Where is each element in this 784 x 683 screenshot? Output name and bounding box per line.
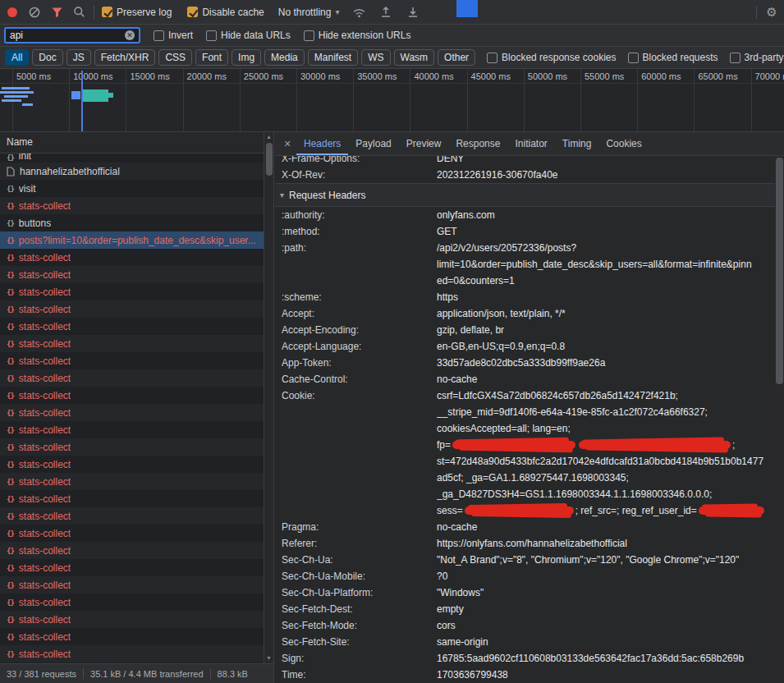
filter-chip-css[interactable]: CSS	[158, 49, 192, 66]
filter-chip-img[interactable]: Img	[232, 49, 261, 66]
tab-headers[interactable]: Headers	[296, 132, 348, 155]
request-row[interactable]: {}stats-collect	[0, 318, 264, 335]
header-text: 16785:5aad9602cf110608b03133de563642fac1…	[437, 653, 744, 664]
header-name: Accept:	[275, 305, 437, 322]
request-list-scrollbar[interactable]: ▲ ▼	[264, 132, 273, 663]
request-row[interactable]: {}stats-collect	[0, 507, 264, 525]
headers-scrollbar[interactable]	[775, 156, 784, 683]
timeline-bar	[2, 99, 21, 102]
request-row[interactable]: {}buttons	[0, 214, 264, 231]
tab-timing[interactable]: Timing	[555, 132, 599, 155]
scrollbar-thumb[interactable]	[776, 158, 783, 384]
request-row[interactable]: {}stats-collect	[0, 404, 264, 421]
timeline-overview[interactable]: 5000 ms10000 ms15000 ms20000 ms25000 ms3…	[0, 69, 784, 132]
header-text: https://onlyfans.com/hannahelizabethoffi…	[437, 538, 627, 549]
request-row[interactable]: {}stats-collect	[0, 576, 264, 594]
request-row[interactable]: {}stats-collect	[0, 387, 264, 404]
filter-chip-other[interactable]: Other	[438, 49, 475, 66]
header-value-line: csrf=LdfcGX4Sa72db06824c657db26a5d142472…	[437, 387, 775, 404]
hide-data-urls-checkbox[interactable]: Hide data URLs	[206, 30, 291, 41]
search-button[interactable]	[71, 5, 86, 20]
request-row[interactable]: {}stats-collect	[0, 335, 264, 352]
import-har-icon	[380, 6, 392, 18]
filter-chip-js[interactable]: JS	[66, 49, 91, 66]
request-row[interactable]: {}stats-collect	[0, 352, 264, 369]
third-party-requests-checkbox[interactable]: 3rd-party requests	[730, 52, 784, 63]
filter-chip-ws[interactable]: WS	[361, 49, 390, 66]
tab-cookies[interactable]: Cookies	[598, 132, 649, 155]
header-value: application/json, text/plain, */*	[437, 305, 775, 322]
name-column-header[interactable]: Name	[0, 132, 273, 154]
timeline-bar	[0, 91, 34, 94]
request-row[interactable]: {}stats-collect	[0, 645, 264, 662]
export-har-button[interactable]	[406, 5, 420, 20]
header-row: Sign:16785:5aad9602cf110608b03133de56364…	[275, 650, 775, 667]
header-value: gzip, deflate, br	[437, 322, 775, 338]
tab-payload[interactable]: Payload	[348, 132, 398, 155]
blocked-requests-checkbox[interactable]: Blocked requests	[628, 52, 718, 63]
record-button[interactable]	[5, 5, 20, 20]
request-row[interactable]: {}stats-collect	[0, 197, 264, 214]
request-row[interactable]: {}stats-collect	[0, 473, 264, 490]
section-title: Request Headers	[289, 190, 365, 201]
request-row[interactable]: {}stats-collect	[0, 438, 264, 456]
filter-chip-wasm[interactable]: Wasm	[394, 49, 435, 66]
filter-chip-font[interactable]: Font	[195, 49, 228, 66]
request-row[interactable]: {}stats-collect	[0, 542, 264, 559]
clear-filter-icon[interactable]: ✕	[125, 30, 135, 40]
timeline-bar	[4, 95, 28, 98]
request-row[interactable]: {}stats-collect	[0, 283, 264, 300]
header-name: :method:	[275, 223, 437, 240]
header-value: onlyfans.com	[437, 207, 775, 223]
disable-cache-checkbox[interactable]: Disable cache	[187, 7, 264, 18]
close-icon[interactable]: ✕	[278, 139, 296, 149]
filter-chip-media[interactable]: Media	[264, 49, 305, 66]
scrollbar-thumb[interactable]	[266, 143, 273, 176]
network-filter-input[interactable]: api ✕	[4, 27, 140, 44]
filter-chip-fetch-xhr[interactable]: Fetch/XHR	[94, 49, 156, 66]
request-row[interactable]: {}stats-collect	[0, 611, 264, 628]
scroll-down-icon[interactable]: ▼	[264, 653, 273, 663]
hide-extension-urls-checkbox[interactable]: Hide extension URLs	[304, 30, 411, 41]
request-row[interactable]: {}init	[0, 154, 264, 163]
tab-preview[interactable]: Preview	[399, 132, 449, 155]
clear-log-button[interactable]	[27, 5, 42, 20]
request-row[interactable]: {}stats-collect	[0, 369, 264, 387]
request-row[interactable]: {}stats-collect	[0, 421, 264, 438]
tab-initiator[interactable]: Initiator	[507, 132, 554, 155]
request-row[interactable]: {}stats-collect	[0, 456, 264, 473]
redaction-scribble	[699, 507, 764, 515]
request-row[interactable]: {}stats-collect	[0, 490, 264, 507]
request-row[interactable]: {}stats-collect	[0, 300, 264, 318]
request-row[interactable]: {}stats-collect	[0, 628, 264, 645]
request-name: stats-collect	[19, 407, 71, 419]
requests-count: 33 / 381 requests	[7, 669, 76, 679]
invert-checkbox[interactable]: Invert	[154, 30, 193, 41]
request-row[interactable]: hannahelizabethofficial	[0, 163, 264, 180]
header-value: 202312261916-30670fa40e	[437, 167, 775, 183]
header-row: Time:1703636799438	[275, 667, 775, 683]
request-row[interactable]: {}stats-collect	[0, 594, 264, 611]
request-row[interactable]: {}stats-collect	[0, 525, 264, 542]
timeline-gridline	[126, 69, 126, 131]
filter-chip-doc[interactable]: Doc	[32, 49, 62, 66]
request-headers-section[interactable]: ▾ Request Headers	[275, 184, 775, 206]
request-row[interactable]: {}stats-collect	[0, 266, 264, 283]
header-name: Cookie:	[275, 387, 437, 404]
tab-response[interactable]: Response	[448, 132, 507, 155]
request-row[interactable]: {}posts?limit=10&order=publish_date_desc…	[0, 231, 264, 249]
throttling-select[interactable]: No throttling ▾	[278, 7, 340, 18]
network-conditions-button[interactable]	[351, 5, 366, 20]
request-row[interactable]: {}stats-collect	[0, 559, 264, 576]
document-icon	[7, 167, 15, 176]
preserve-log-checkbox[interactable]: Preserve log	[102, 7, 172, 18]
request-row[interactable]: {}stats-collect	[0, 249, 264, 266]
filter-chip-all[interactable]: All	[5, 49, 29, 66]
import-har-button[interactable]	[378, 5, 393, 20]
request-row[interactable]: {}visit	[0, 180, 264, 197]
settings-button[interactable]: ⚙	[764, 5, 779, 20]
filter-chip-manifest[interactable]: Manifest	[308, 49, 358, 66]
filter-toggle-button[interactable]	[49, 5, 64, 20]
blocked-response-cookies-checkbox[interactable]: Blocked response cookies	[487, 52, 616, 63]
scroll-up-icon[interactable]: ▲	[264, 132, 273, 142]
